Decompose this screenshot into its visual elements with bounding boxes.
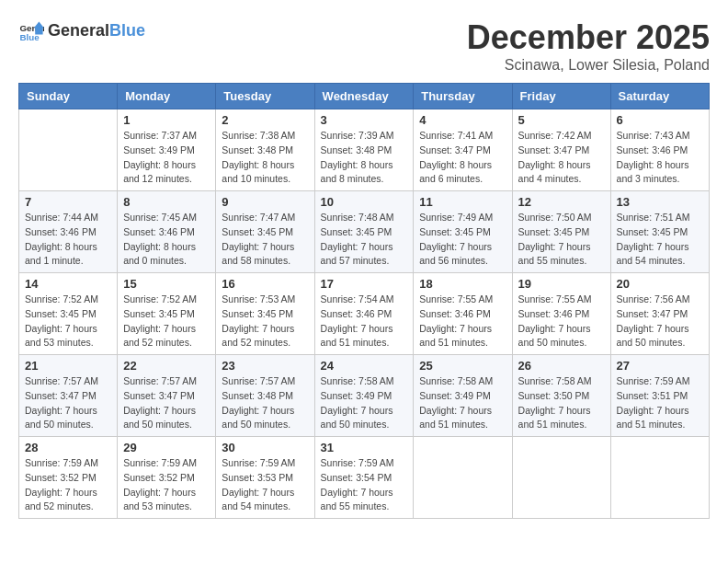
- calendar-cell: 31Sunrise: 7:59 AMSunset: 3:54 PMDayligh…: [314, 437, 414, 519]
- calendar-cell: 21Sunrise: 7:57 AMSunset: 3:47 PMDayligh…: [19, 355, 118, 437]
- calendar-cell: 20Sunrise: 7:56 AMSunset: 3:47 PMDayligh…: [610, 273, 709, 355]
- day-info: Sunrise: 7:59 AMSunset: 3:54 PMDaylight:…: [321, 456, 408, 514]
- day-info: Sunrise: 7:51 AMSunset: 3:45 PMDaylight:…: [617, 211, 703, 269]
- calendar-cell: 13Sunrise: 7:51 AMSunset: 3:45 PMDayligh…: [610, 191, 709, 273]
- calendar-cell: 19Sunrise: 7:55 AMSunset: 3:46 PMDayligh…: [512, 273, 610, 355]
- logo-icon: General Blue: [18, 18, 44, 44]
- day-info: Sunrise: 7:52 AMSunset: 3:45 PMDaylight:…: [123, 293, 210, 350]
- calendar-week-row: 21Sunrise: 7:57 AMSunset: 3:47 PMDayligh…: [19, 355, 710, 437]
- day-number: 31: [321, 441, 408, 454]
- title-area: December 2025 Scinawa, Lower Silesia, Po…: [467, 18, 710, 74]
- day-info: Sunrise: 7:56 AMSunset: 3:47 PMDaylight:…: [617, 293, 703, 350]
- day-number: 8: [123, 195, 210, 209]
- day-number: 10: [321, 195, 408, 209]
- calendar-cell: 3Sunrise: 7:39 AMSunset: 3:48 PMDaylight…: [314, 109, 414, 191]
- day-number: 7: [25, 195, 111, 209]
- calendar-cell: [512, 437, 610, 519]
- calendar-cell: 23Sunrise: 7:57 AMSunset: 3:48 PMDayligh…: [216, 355, 314, 437]
- day-info: Sunrise: 7:39 AMSunset: 3:48 PMDaylight:…: [321, 129, 408, 187]
- day-number: 6: [617, 113, 703, 127]
- day-number: 26: [518, 359, 605, 373]
- calendar-cell: [610, 437, 709, 519]
- day-info: Sunrise: 7:57 AMSunset: 3:47 PMDaylight:…: [25, 374, 111, 432]
- day-number: 17: [321, 277, 408, 291]
- day-info: Sunrise: 7:49 AMSunset: 3:45 PMDaylight:…: [419, 211, 506, 269]
- weekday-header: Monday: [118, 84, 216, 109]
- location-title: Scinawa, Lower Silesia, Poland: [467, 57, 710, 74]
- day-info: Sunrise: 7:38 AMSunset: 3:48 PMDaylight:…: [222, 129, 308, 187]
- day-info: Sunrise: 7:57 AMSunset: 3:48 PMDaylight:…: [222, 374, 308, 432]
- calendar-cell: 1Sunrise: 7:37 AMSunset: 3:49 PMDaylight…: [118, 109, 216, 191]
- day-info: Sunrise: 7:58 AMSunset: 3:49 PMDaylight:…: [321, 374, 408, 432]
- day-number: 14: [25, 277, 111, 291]
- calendar-week-row: 1Sunrise: 7:37 AMSunset: 3:49 PMDaylight…: [19, 109, 710, 191]
- calendar-cell: [414, 437, 512, 519]
- calendar-cell: 28Sunrise: 7:59 AMSunset: 3:52 PMDayligh…: [19, 437, 118, 519]
- day-number: 22: [123, 359, 210, 373]
- day-info: Sunrise: 7:59 AMSunset: 3:52 PMDaylight:…: [123, 456, 210, 514]
- calendar-cell: 6Sunrise: 7:43 AMSunset: 3:46 PMDaylight…: [610, 109, 709, 191]
- day-number: 4: [419, 113, 506, 127]
- calendar-cell: 7Sunrise: 7:44 AMSunset: 3:46 PMDaylight…: [19, 191, 118, 273]
- day-number: 11: [419, 195, 506, 209]
- day-info: Sunrise: 7:57 AMSunset: 3:47 PMDaylight:…: [123, 374, 210, 432]
- logo-general: General: [48, 21, 109, 40]
- day-info: Sunrise: 7:52 AMSunset: 3:45 PMDaylight:…: [25, 293, 111, 350]
- day-info: Sunrise: 7:58 AMSunset: 3:50 PMDaylight:…: [518, 374, 605, 432]
- day-info: Sunrise: 7:47 AMSunset: 3:45 PMDaylight:…: [222, 211, 308, 269]
- weekday-header: Friday: [512, 84, 610, 109]
- day-number: 16: [222, 277, 308, 291]
- calendar-cell: 11Sunrise: 7:49 AMSunset: 3:45 PMDayligh…: [414, 191, 512, 273]
- calendar: SundayMondayTuesdayWednesdayThursdayFrid…: [18, 83, 710, 519]
- calendar-cell: 18Sunrise: 7:55 AMSunset: 3:46 PMDayligh…: [414, 273, 512, 355]
- calendar-cell: 14Sunrise: 7:52 AMSunset: 3:45 PMDayligh…: [19, 273, 118, 355]
- day-number: 21: [25, 359, 111, 373]
- day-info: Sunrise: 7:43 AMSunset: 3:46 PMDaylight:…: [617, 129, 703, 187]
- day-info: Sunrise: 7:58 AMSunset: 3:49 PMDaylight:…: [419, 374, 506, 432]
- day-info: Sunrise: 7:55 AMSunset: 3:46 PMDaylight:…: [419, 293, 506, 350]
- calendar-cell: 4Sunrise: 7:41 AMSunset: 3:47 PMDaylight…: [414, 109, 512, 191]
- calendar-cell: 15Sunrise: 7:52 AMSunset: 3:45 PMDayligh…: [118, 273, 216, 355]
- calendar-cell: [19, 109, 118, 191]
- day-number: 5: [518, 113, 605, 127]
- day-info: Sunrise: 7:54 AMSunset: 3:46 PMDaylight:…: [321, 293, 408, 350]
- day-number: 19: [518, 277, 605, 291]
- day-number: 24: [321, 359, 408, 373]
- day-number: 30: [222, 441, 308, 454]
- day-number: 2: [222, 113, 308, 127]
- calendar-week-row: 14Sunrise: 7:52 AMSunset: 3:45 PMDayligh…: [19, 273, 710, 355]
- calendar-cell: 12Sunrise: 7:50 AMSunset: 3:45 PMDayligh…: [512, 191, 610, 273]
- day-number: 15: [123, 277, 210, 291]
- calendar-cell: 5Sunrise: 7:42 AMSunset: 3:47 PMDaylight…: [512, 109, 610, 191]
- day-info: Sunrise: 7:48 AMSunset: 3:45 PMDaylight:…: [321, 211, 408, 269]
- calendar-cell: 2Sunrise: 7:38 AMSunset: 3:48 PMDaylight…: [216, 109, 314, 191]
- calendar-header-row: SundayMondayTuesdayWednesdayThursdayFrid…: [19, 84, 710, 109]
- weekday-header: Tuesday: [216, 84, 314, 109]
- day-number: 25: [419, 359, 506, 373]
- day-number: 9: [222, 195, 308, 209]
- day-number: 13: [617, 195, 703, 209]
- calendar-week-row: 7Sunrise: 7:44 AMSunset: 3:46 PMDaylight…: [19, 191, 710, 273]
- calendar-cell: 30Sunrise: 7:59 AMSunset: 3:53 PMDayligh…: [216, 437, 314, 519]
- calendar-week-row: 28Sunrise: 7:59 AMSunset: 3:52 PMDayligh…: [19, 437, 710, 519]
- weekday-header: Wednesday: [314, 84, 414, 109]
- weekday-header: Saturday: [610, 84, 709, 109]
- calendar-cell: 9Sunrise: 7:47 AMSunset: 3:45 PMDaylight…: [216, 191, 314, 273]
- calendar-cell: 26Sunrise: 7:58 AMSunset: 3:50 PMDayligh…: [512, 355, 610, 437]
- weekday-header: Thursday: [414, 84, 512, 109]
- calendar-cell: 22Sunrise: 7:57 AMSunset: 3:47 PMDayligh…: [118, 355, 216, 437]
- day-number: 27: [617, 359, 703, 373]
- calendar-cell: 25Sunrise: 7:58 AMSunset: 3:49 PMDayligh…: [414, 355, 512, 437]
- day-info: Sunrise: 7:55 AMSunset: 3:46 PMDaylight:…: [518, 293, 605, 350]
- day-info: Sunrise: 7:45 AMSunset: 3:46 PMDaylight:…: [123, 211, 210, 269]
- day-info: Sunrise: 7:42 AMSunset: 3:47 PMDaylight:…: [518, 129, 605, 187]
- day-number: 20: [617, 277, 703, 291]
- calendar-cell: 17Sunrise: 7:54 AMSunset: 3:46 PMDayligh…: [314, 273, 414, 355]
- calendar-cell: 27Sunrise: 7:59 AMSunset: 3:51 PMDayligh…: [610, 355, 709, 437]
- logo-blue: Blue: [109, 21, 145, 40]
- day-number: 23: [222, 359, 308, 373]
- calendar-cell: 24Sunrise: 7:58 AMSunset: 3:49 PMDayligh…: [314, 355, 414, 437]
- header: General Blue GeneralBlue December 2025 S…: [18, 18, 710, 74]
- weekday-header: Sunday: [19, 84, 118, 109]
- calendar-cell: 16Sunrise: 7:53 AMSunset: 3:45 PMDayligh…: [216, 273, 314, 355]
